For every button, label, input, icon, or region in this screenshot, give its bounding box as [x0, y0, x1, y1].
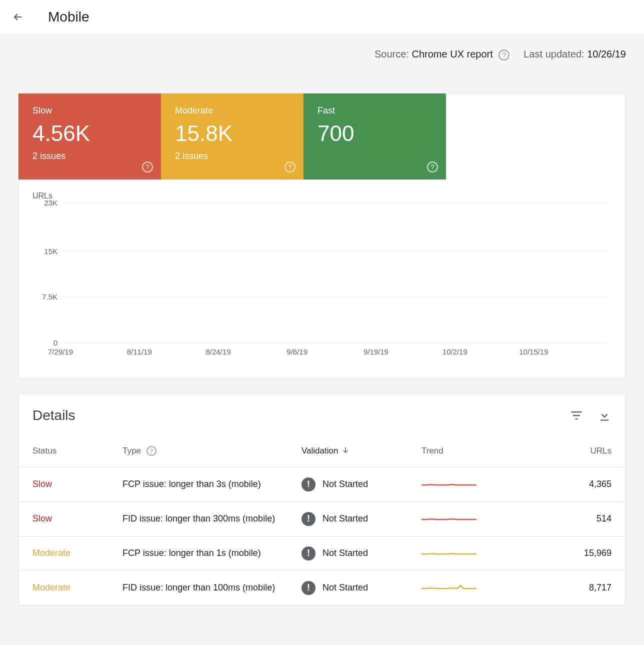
updated-block: Last updated: 10/26/19	[524, 48, 626, 60]
summary-moderate-value: 15.8K	[175, 121, 290, 146]
meta-row: Source: Chrome UX report ? Last updated:…	[0, 34, 644, 75]
row-type: FCP issue: longer than 1s (mobile)	[122, 548, 302, 558]
row-urls: 15,969	[532, 548, 612, 558]
summary-moderate-label: Moderate	[175, 106, 290, 116]
row-trend	[422, 514, 532, 524]
details-table-body: SlowFCP issue: longer than 3s (mobile)!N…	[18, 467, 626, 605]
summary-slow-value: 4.56K	[32, 121, 147, 146]
alert-icon: !	[302, 512, 316, 526]
row-validation-text: Not Started	[322, 514, 368, 524]
row-status: Slow	[32, 479, 122, 490]
summary-fast-label: Fast	[318, 106, 432, 116]
download-icon[interactable]	[598, 408, 612, 422]
summary-moderate-issues: 2 issues	[175, 151, 290, 162]
row-validation-text: Not Started	[322, 479, 368, 490]
alert-icon: !	[302, 478, 316, 492]
row-type: FCP issue: longer than 3s (mobile)	[122, 479, 302, 490]
row-type: FID issue: longer than 100ms (mobile)	[122, 582, 302, 593]
chart-x-tick: 9/19/19	[364, 348, 388, 356]
row-validation: !Not Started	[302, 546, 422, 560]
row-trend	[422, 548, 532, 558]
help-icon[interactable]: ?	[146, 446, 156, 456]
chart-plot-area: 07.5K15K23K	[60, 202, 606, 342]
summary-fast[interactable]: Fast 700 ?	[304, 94, 446, 180]
filter-icon[interactable]	[570, 408, 584, 422]
chart-gridline	[60, 342, 606, 343]
chart-x-tick: 10/15/19	[519, 348, 548, 356]
row-type: FID issue: longer than 300ms (mobile)	[122, 514, 302, 524]
updated-value: 10/26/19	[587, 48, 626, 60]
chart-x-tick: 8/24/19	[206, 348, 230, 356]
chart-bars	[60, 202, 606, 342]
chart-y-tick: 23K	[32, 198, 58, 206]
row-validation: !Not Started	[302, 581, 422, 595]
summary-row: Slow 4.56K 2 issues ? Moderate 15.8K 2 i…	[18, 94, 626, 180]
summary-moderate[interactable]: Moderate 15.8K 2 issues ?	[161, 94, 304, 180]
help-icon[interactable]: ?	[427, 162, 438, 172]
help-icon[interactable]: ?	[284, 162, 296, 172]
row-urls: 8,717	[532, 582, 612, 593]
details-card: Details Status Type ? Validation	[18, 393, 626, 606]
col-type: Type ?	[122, 446, 302, 456]
chart-y-tick: 7.5K	[32, 292, 58, 301]
chart-card: Slow 4.56K 2 issues ? Moderate 15.8K 2 i…	[18, 93, 626, 379]
col-trend: Trend	[422, 446, 532, 456]
row-validation-text: Not Started	[322, 548, 368, 558]
row-status: Moderate	[32, 582, 122, 593]
source-value: Chrome UX report	[412, 48, 493, 60]
source-block: Source: Chrome UX report ?	[374, 48, 510, 60]
chart-x-tick: 10/2/19	[442, 348, 468, 356]
help-icon[interactable]: ?	[498, 50, 510, 60]
table-header: Status Type ? Validation Trend URLs	[18, 436, 626, 467]
table-row[interactable]: ModerateFCP issue: longer than 1s (mobil…	[18, 536, 626, 570]
row-validation: !Not Started	[302, 478, 422, 492]
summary-slow-issues: 2 issues	[32, 151, 147, 162]
table-row[interactable]: ModerateFID issue: longer than 100ms (mo…	[18, 570, 626, 605]
row-urls: 4,365	[532, 479, 612, 490]
summary-slow-label: Slow	[32, 106, 147, 116]
top-bar: Mobile	[0, 0, 644, 34]
updated-label: Last updated:	[524, 48, 584, 60]
col-type-label: Type	[122, 446, 141, 456]
row-status: Slow	[32, 514, 122, 524]
col-validation-label: Validation	[302, 446, 338, 456]
col-urls: URLs	[532, 446, 612, 456]
row-validation-text: Not Started	[322, 582, 368, 593]
source-label: Source:	[374, 48, 409, 60]
chart-y-tick: 15K	[32, 247, 58, 256]
alert-icon: !	[302, 581, 316, 595]
details-title: Details	[32, 408, 76, 424]
chart-x-tick: 9/6/19	[286, 348, 308, 356]
col-status: Status	[32, 446, 122, 456]
chart-x-axis: 7/29/198/11/198/24/199/6/199/19/1910/2/1…	[60, 346, 606, 360]
chart-y-tick: 0	[32, 338, 58, 346]
table-row[interactable]: SlowFCP issue: longer than 3s (mobile)!N…	[18, 467, 626, 502]
col-validation[interactable]: Validation	[302, 446, 422, 457]
summary-fast-value: 700	[318, 121, 432, 146]
sort-descending-icon	[341, 446, 350, 457]
row-status: Moderate	[32, 548, 122, 558]
help-icon[interactable]: ?	[142, 162, 153, 172]
chart-x-tick: 8/11/19	[127, 348, 152, 356]
chart: URLs 07.5K15K23K 7/29/198/11/198/24/199/…	[18, 180, 626, 378]
chart-x-tick: 7/29/19	[48, 348, 73, 356]
table-row[interactable]: SlowFID issue: longer than 300ms (mobile…	[18, 502, 626, 536]
row-trend	[422, 583, 532, 593]
row-validation: !Not Started	[302, 512, 422, 526]
row-trend	[422, 480, 532, 490]
alert-icon: !	[302, 546, 316, 560]
summary-slow[interactable]: Slow 4.56K 2 issues ?	[18, 94, 161, 180]
back-arrow-icon[interactable]	[12, 11, 24, 23]
chart-y-axis-label: URLs	[32, 192, 612, 200]
row-urls: 514	[532, 514, 612, 524]
page-title: Mobile	[48, 9, 89, 25]
